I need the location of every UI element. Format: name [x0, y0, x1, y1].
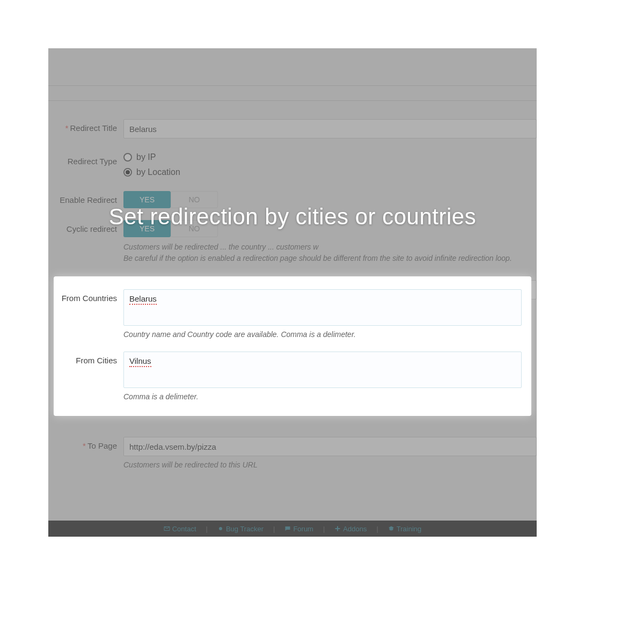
spellcheck-underline: Vilnus	[129, 356, 151, 367]
footer-bug[interactable]: Bug Tracker	[217, 525, 264, 533]
redirect-title-input[interactable]	[123, 119, 537, 138]
label-redirect-title: *Redirect Title	[48, 119, 123, 133]
toggle-no-button[interactable]: NO	[171, 220, 218, 237]
radio-by-location[interactable]: by Location	[123, 167, 537, 177]
chat-icon	[284, 525, 291, 532]
toggle-yes-button[interactable]: YES	[123, 191, 171, 208]
divider-top	[48, 64, 537, 86]
note-line-2: Be careful if the option is enabled a re…	[123, 253, 537, 264]
to-page-input[interactable]	[123, 437, 537, 456]
label-from-cities: From Cities	[54, 352, 123, 365]
footer-label: Addons	[343, 525, 367, 533]
row-enable-redirect: Enable Redirect YES NO	[48, 182, 537, 214]
footer-sep: |	[376, 525, 378, 533]
label-text: From Countries	[62, 294, 117, 303]
label-text: Redirect Title	[70, 123, 117, 133]
footer-bar: Contact | Bug Tracker | Forum | Addons |…	[48, 521, 537, 537]
footer-sep: |	[273, 525, 275, 533]
radio-by-ip[interactable]: by IP	[123, 152, 537, 162]
row-redirect-type: Redirect Type by IP by Location	[48, 144, 537, 182]
footer-addons[interactable]: Addons	[334, 525, 367, 533]
row-cyclic-redirect: Cyclic redirect YES NO Customers will be…	[48, 214, 537, 269]
spellcheck-underline: Belarus	[129, 294, 157, 305]
label-redirect-type: Redirect Type	[48, 152, 123, 166]
label-cyclic-redirect: Cyclic redirect	[48, 220, 123, 233]
label-to-page: *To Page	[48, 437, 123, 450]
label-text: Enable Redirect	[60, 195, 117, 204]
note-line-1: Customers will be redirected ... the cou…	[123, 241, 537, 253]
footer-contact[interactable]: Contact	[164, 525, 196, 533]
from-countries-help: Country name and Country code are availa…	[123, 330, 522, 339]
footer-label: Contact	[172, 525, 196, 533]
label-enable-redirect: Enable Redirect	[48, 191, 123, 204]
row-redirect-title: *Redirect Title	[48, 114, 537, 144]
app-stage: *Redirect Title Redirect Type by IP by L…	[48, 48, 537, 537]
toggle-no-button[interactable]: NO	[171, 191, 218, 208]
radio-label: by IP	[136, 152, 156, 162]
label-text: From Cities	[76, 356, 117, 365]
footer-forum[interactable]: Forum	[284, 525, 313, 533]
grad-cap-icon	[388, 525, 394, 532]
footer-sep: |	[323, 525, 325, 533]
label-text: To Page	[87, 441, 117, 450]
radio-icon-checked	[123, 168, 132, 177]
required-star: *	[83, 441, 86, 450]
bug-icon	[217, 525, 224, 532]
row-from-countries: From Countries Belarus Country name and …	[54, 284, 531, 344]
label-from-countries: From Countries	[54, 289, 123, 303]
from-countries-input[interactable]: Belarus	[123, 289, 522, 326]
label-text: Cyclic redirect	[67, 224, 117, 233]
footer-sep: |	[206, 525, 208, 533]
plus-icon	[334, 525, 341, 532]
label-text: Redirect Type	[68, 157, 117, 166]
footer-training[interactable]: Training	[388, 525, 421, 533]
from-cities-input[interactable]: Vilnus	[123, 352, 522, 388]
footer-label: Training	[397, 525, 421, 533]
to-page-help: Customers will be redirected to this URL	[123, 460, 537, 469]
footer-label: Bug Tracker	[226, 525, 264, 533]
cyclic-note: Customers will be redirected ... the cou…	[123, 241, 537, 264]
row-to-page: *To Page Customers will be redirected to…	[48, 434, 537, 474]
footer-label: Forum	[293, 525, 313, 533]
svg-point-0	[219, 527, 222, 530]
radio-icon	[123, 153, 132, 162]
mail-icon	[164, 525, 170, 532]
toggle-cyclic-redirect[interactable]: YES NO	[123, 220, 537, 237]
divider-top-2	[48, 86, 537, 101]
toggle-yes-button[interactable]: YES	[123, 220, 171, 237]
radio-label: by Location	[136, 167, 180, 177]
toggle-enable-redirect[interactable]: YES NO	[123, 191, 537, 208]
highlight-card: From Countries Belarus Country name and …	[54, 276, 531, 416]
required-star: *	[65, 123, 69, 133]
row-from-cities: From Cities Vilnus Comma is a delimeter.	[54, 344, 531, 406]
from-cities-help: Comma is a delimeter.	[123, 392, 522, 401]
